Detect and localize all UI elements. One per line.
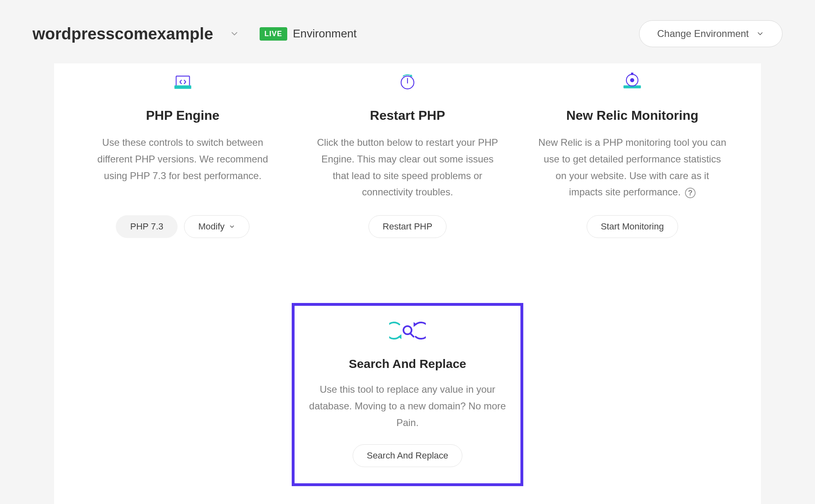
php-engine-description: Use these controls to switch between dif…: [88, 134, 277, 184]
php-engine-icon: [169, 67, 197, 92]
restart-php-description: Click the button below to restart your P…: [313, 134, 502, 201]
restart-php-card: Restart PHP Click the button below to re…: [303, 63, 512, 250]
new-relic-description: New Relic is a PHP monitoring tool you c…: [538, 134, 727, 201]
search-replace-button[interactable]: Search And Replace: [353, 444, 463, 467]
php-engine-title: PHP Engine: [146, 108, 219, 123]
svg-rect-1: [174, 85, 191, 89]
php-engine-actions: PHP 7.3 Modify: [116, 215, 249, 238]
modify-php-button[interactable]: Modify: [184, 215, 249, 238]
svg-rect-6: [631, 73, 633, 75]
tools-row: PHP Engine Use these controls to switch …: [78, 63, 737, 250]
live-badge: LIVE: [260, 27, 287, 41]
tools-row-2: Search And Replace Use this tool to repl…: [78, 303, 737, 486]
restart-php-button[interactable]: Restart PHP: [368, 215, 447, 238]
site-dropdown-chevron-icon[interactable]: [230, 29, 239, 39]
svg-point-5: [630, 78, 634, 82]
new-relic-actions: Start Monitoring: [587, 215, 678, 238]
change-environment-label: Change Environment: [657, 28, 749, 39]
svg-line-8: [410, 333, 414, 337]
new-relic-title: New Relic Monitoring: [566, 108, 698, 123]
restart-php-actions: Restart PHP: [368, 215, 447, 238]
help-icon[interactable]: ?: [685, 188, 696, 198]
new-relic-icon: [616, 67, 648, 92]
restart-php-title: Restart PHP: [370, 108, 445, 123]
restart-php-icon: [393, 67, 422, 92]
site-name: wordpresscomexample: [33, 25, 213, 43]
new-relic-card: New Relic Monitoring New Relic is a PHP …: [528, 63, 737, 250]
content-panel: PHP Engine Use these controls to switch …: [54, 63, 761, 504]
chevron-down-icon: [229, 223, 235, 230]
search-replace-card: Search And Replace Use this tool to repl…: [292, 303, 523, 486]
php-version-pill: PHP 7.3: [116, 215, 178, 238]
chevron-down-icon: [756, 30, 764, 38]
modify-label: Modify: [198, 221, 225, 232]
start-monitoring-button[interactable]: Start Monitoring: [587, 215, 678, 238]
change-environment-button[interactable]: Change Environment: [639, 20, 782, 47]
php-engine-card: PHP Engine Use these controls to switch …: [78, 63, 287, 250]
environment-label: Environment: [293, 27, 357, 40]
search-replace-title: Search And Replace: [349, 357, 466, 371]
search-replace-description: Use this tool to replace any value in yo…: [307, 381, 508, 431]
search-replace-icon: [389, 316, 426, 345]
header-bar: wordpresscomexample LIVE Environment Cha…: [0, 0, 815, 63]
